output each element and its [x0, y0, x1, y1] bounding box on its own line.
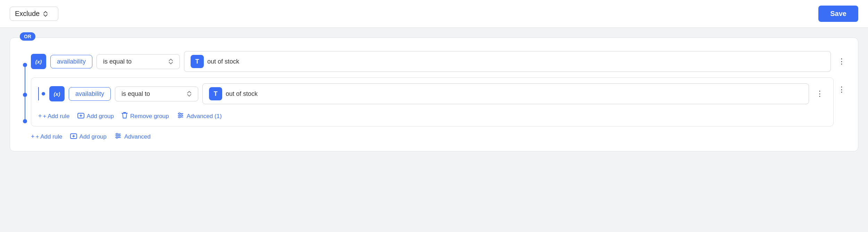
sliders-icon-outer — [114, 133, 122, 141]
inner-dot — [42, 92, 45, 96]
variable-icon-1: (x) — [31, 54, 46, 69]
main-content: OR (x) availability — [0, 28, 868, 232]
outer-advanced-button[interactable]: Advanced — [114, 132, 151, 141]
add-group-icon — [77, 112, 84, 120]
exclude-dropdown[interactable]: Exclude — [10, 7, 58, 21]
outer-action-bar: + + Add rule Add group — [31, 132, 848, 141]
more-menu-button-1[interactable]: ⋮ — [835, 55, 848, 68]
chevron-updown-icon-1 — [168, 58, 173, 65]
inner-v-line — [38, 87, 39, 100]
value-field-2[interactable]: T out of stock — [202, 83, 809, 104]
svg-point-6 — [118, 135, 120, 136]
svg-point-7 — [116, 137, 118, 138]
operator-dropdown-2[interactable]: is equal to — [115, 86, 198, 101]
rule-row-1: (x) availability is equal to — [31, 51, 848, 72]
rule-builder: OR (x) availability — [10, 38, 858, 151]
trash-icon — [122, 112, 128, 121]
inner-remove-group-button[interactable]: Remove group — [122, 111, 169, 121]
add-group-icon-outer — [70, 133, 77, 141]
or-badge: OR — [20, 32, 35, 41]
connector-dot-1 — [23, 63, 27, 67]
variable-pill-2[interactable]: availability — [69, 87, 111, 101]
chevron-updown-icon-2 — [187, 91, 192, 97]
plus-icon: + — [38, 113, 42, 120]
more-menu-button-group[interactable]: ⋮ — [835, 83, 848, 96]
connector-dot-3 — [23, 119, 27, 123]
inner-action-bar: + + Add rule Add group — [38, 109, 826, 121]
top-bar: Exclude Save — [0, 0, 868, 28]
svg-point-1 — [178, 113, 180, 114]
connector-dot-2 — [23, 93, 27, 97]
inner-group: (x) availability is equal to — [31, 77, 834, 126]
svg-point-2 — [181, 115, 182, 116]
sliders-icon — [177, 112, 184, 120]
chevron-updown-icon — [43, 11, 48, 17]
more-menu-button-2[interactable]: ⋮ — [813, 87, 826, 100]
type-icon-1: T — [191, 55, 204, 68]
inner-rule-row-1: (x) availability is equal to — [38, 83, 826, 104]
exclude-label: Exclude — [15, 10, 40, 18]
operator-dropdown-1[interactable]: is equal to — [97, 54, 180, 69]
value-field-1[interactable]: T out of stock — [184, 51, 831, 72]
inner-add-group-button[interactable]: Add group — [77, 111, 114, 121]
outer-add-group-button[interactable]: Add group — [70, 132, 107, 141]
outer-add-rule-button[interactable]: + + Add rule — [31, 132, 62, 141]
variable-pill-1[interactable]: availability — [50, 55, 92, 68]
inner-add-rule-button[interactable]: + + Add rule — [38, 112, 70, 121]
svg-point-3 — [178, 116, 180, 118]
type-icon-2: T — [209, 87, 222, 100]
plus-icon-outer: + — [31, 133, 35, 140]
inner-advanced-button[interactable]: Advanced (1) — [177, 111, 222, 121]
variable-icon-2: (x) — [49, 86, 65, 101]
svg-point-5 — [116, 133, 118, 135]
save-button[interactable]: Save — [818, 6, 858, 22]
